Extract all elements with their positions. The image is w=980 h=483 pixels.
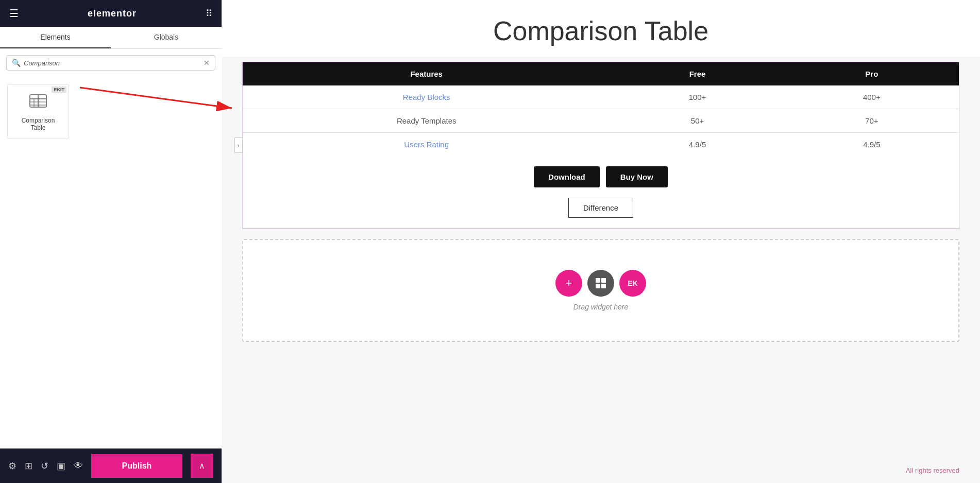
page-title: Comparison Table	[232, 15, 970, 46]
svg-rect-6	[596, 278, 600, 283]
eye-icon[interactable]: 👁	[74, 460, 83, 471]
sidebar-tabs: Elements Globals	[0, 27, 222, 49]
menu-icon[interactable]: ☰	[9, 7, 19, 20]
difference-button[interactable]: Difference	[568, 198, 633, 218]
grid-icon[interactable]: ⠿	[206, 8, 212, 19]
ek-icon[interactable]: EK	[619, 270, 646, 297]
clear-icon[interactable]: ✕	[204, 59, 210, 67]
pro-cell-3: 4.9/5	[785, 133, 959, 157]
col-header-features: Features	[243, 62, 610, 85]
feature-cell-3: Users Rating	[243, 133, 610, 157]
feature-cell-2: Ready Templates	[243, 109, 610, 133]
drop-zone: + EK Drag widget here	[242, 239, 959, 342]
buy-now-button[interactable]: Buy Now	[606, 166, 668, 187]
svg-rect-7	[601, 278, 606, 283]
tab-globals[interactable]: Globals	[111, 27, 222, 48]
pro-cell-2: 70+	[785, 109, 959, 133]
comparison-table: Features Free Pro Ready Blocks 100+ 400+…	[243, 62, 959, 156]
content-area: ‹ Features Free Pro Ready Blocks 100+	[222, 57, 980, 457]
col-header-free: Free	[610, 62, 784, 85]
search-icon: 🔍	[12, 59, 21, 67]
comparison-table-icon	[29, 92, 47, 114]
table-buttons: Download Buy Now	[243, 156, 959, 198]
publish-chevron-icon[interactable]: ∧	[191, 454, 213, 478]
svg-rect-9	[601, 284, 606, 288]
free-cell-3: 4.9/5	[610, 133, 784, 157]
sidebar-header: ☰ elementor ⠿	[0, 0, 222, 27]
element-card-comparison-table[interactable]: EKIT Comparison Table	[7, 84, 69, 139]
collapse-button[interactable]: ‹	[234, 137, 243, 153]
table-row: Ready Blocks 100+ 400+	[243, 85, 959, 109]
page-title-area: Comparison Table	[222, 0, 980, 57]
sidebar-bottom: ⚙ ⊞ ↺ ▣ 👁 Publish ∧	[0, 449, 222, 483]
element-card-label: Comparison Table	[17, 117, 59, 131]
download-button[interactable]: Download	[534, 166, 600, 187]
difference-row: Difference	[243, 198, 959, 228]
table-row: Users Rating 4.9/5 4.9/5	[243, 133, 959, 157]
table-row: Ready Templates 50+ 70+	[243, 109, 959, 133]
feature-cell-1: Ready Blocks	[243, 85, 610, 109]
drag-widget-text: Drag widget here	[573, 303, 629, 311]
layers-icon[interactable]: ⊞	[25, 460, 32, 472]
free-cell-2: 50+	[610, 109, 784, 133]
add-widget-icon[interactable]: +	[555, 270, 582, 297]
col-header-pro: Pro	[785, 62, 959, 85]
widget-icon[interactable]	[587, 270, 614, 297]
free-cell-1: 100+	[610, 85, 784, 109]
search-box: 🔍 ✕	[6, 55, 215, 71]
settings-icon[interactable]: ⚙	[8, 460, 16, 472]
tab-elements[interactable]: Elements	[0, 27, 111, 48]
comparison-widget: ‹ Features Free Pro Ready Blocks 100+	[242, 62, 959, 229]
ekit-badge: EKIT	[52, 87, 66, 93]
sidebar: ☰ elementor ⠿ Elements Globals 🔍 ✕ EKIT	[0, 0, 222, 483]
sidebar-logo: elementor	[88, 8, 137, 19]
sidebar-search: 🔍 ✕	[0, 49, 222, 77]
pro-cell-1: 400+	[785, 85, 959, 109]
responsive-icon[interactable]: ▣	[57, 460, 65, 472]
main-content: Comparison Table ‹ Features Free Pro	[222, 0, 980, 483]
search-input[interactable]	[24, 59, 204, 67]
drop-zone-icons: + EK	[555, 270, 646, 297]
svg-rect-8	[596, 284, 600, 288]
history-icon[interactable]: ↺	[41, 460, 48, 472]
page-footer: All rights reserved	[222, 457, 980, 483]
footer-text: All rights reserved	[906, 467, 959, 474]
publish-button[interactable]: Publish	[91, 454, 182, 478]
elements-grid: EKIT Comparison Table	[0, 77, 222, 449]
